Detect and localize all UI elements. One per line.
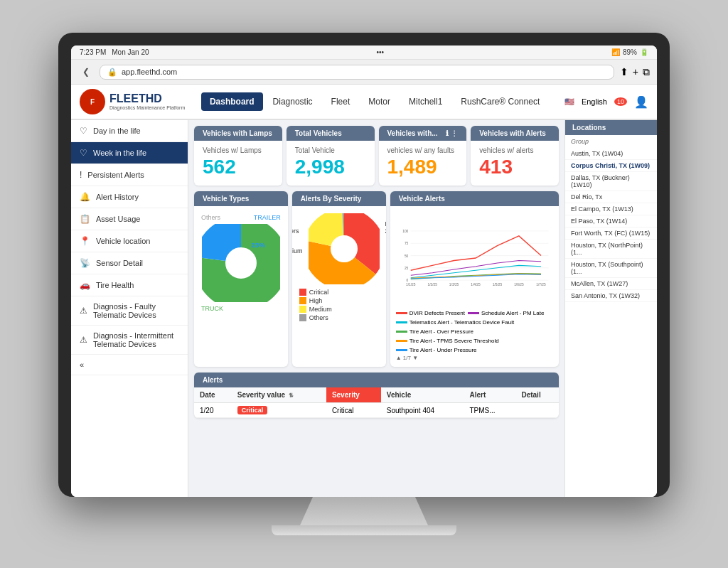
sidebar-item-asset-usage[interactable]: 📋 Asset Usage bbox=[71, 208, 188, 230]
nav-rushcare[interactable]: RushCare® Connect bbox=[452, 92, 548, 111]
location-houston-north[interactable]: Houston, TX (NorthPoint) (1... bbox=[565, 240, 657, 259]
sidebar-item-week-in-life[interactable]: ♡ Week in the life bbox=[71, 142, 188, 164]
location-dallas[interactable]: Dallas, TX (Buckner) (1W10) bbox=[565, 172, 657, 191]
col-alert: Alert bbox=[464, 387, 515, 403]
location-mcallen[interactable]: McAllen, TX (1W27) bbox=[565, 278, 657, 290]
telematics-line bbox=[396, 321, 407, 323]
severity-container: Others5 Medium110 bbox=[299, 213, 379, 321]
status-bar-left: 7:23 PM Mon Jan 20 bbox=[80, 48, 149, 56]
sidebar-item-tire-health[interactable]: 🚗 Tire Health bbox=[71, 274, 188, 296]
critical-dot bbox=[299, 289, 306, 296]
main-layout: ♡ Day in the life ♡ Week in the life ! P… bbox=[71, 120, 657, 497]
address-bar[interactable]: 🔒 app.fleethd.com bbox=[100, 65, 614, 80]
sidebar-collapse-button[interactable]: « bbox=[71, 355, 188, 375]
svg-text:TRUCK: TRUCK bbox=[230, 264, 252, 271]
heart-icon: ♡ bbox=[80, 126, 87, 136]
vehicle-alerts-body: 100 75 50 25 0 1/1/25 1/2/25 1/3/25 bbox=[390, 206, 559, 367]
alert-icon: ! bbox=[80, 170, 82, 180]
language-selector[interactable]: English bbox=[582, 97, 607, 106]
sidebar-item-vehicle-location[interactable]: 📍 Vehicle location bbox=[71, 230, 188, 252]
location-fort-worth[interactable]: Fort Worth, TX (FC) (1W15) bbox=[565, 227, 657, 240]
col-severity-value: Severity value ⇅ bbox=[232, 387, 326, 403]
status-bar-center: ••• bbox=[376, 48, 384, 56]
sidebar: ♡ Day in the life ♡ Week in the life ! P… bbox=[71, 120, 188, 497]
high-label: High bbox=[309, 297, 323, 304]
col-severity: Severity bbox=[326, 387, 381, 403]
location-corpus-christi[interactable]: Corpus Christi, TX (1W09) bbox=[565, 160, 657, 172]
logo-text-area: FLEETHD Diagnostics Maintenance Platform bbox=[109, 92, 185, 111]
svg-text:0: 0 bbox=[406, 279, 408, 282]
severity-pie-area: Others5 Medium110 bbox=[292, 213, 386, 284]
vehicle-types-chart: Vehicle Types Others TRAILER bbox=[194, 191, 288, 367]
kpi-total-value: 2,998 bbox=[295, 156, 366, 178]
header-right: 🇺🇸 English 10 👤 bbox=[564, 95, 648, 109]
sidebar-item-sensor-detail[interactable]: 📡 Sensor Detail bbox=[71, 252, 188, 274]
logo-icon: F bbox=[80, 89, 105, 114]
sidebar-item-diagnosis-intermittent[interactable]: ⚠ Diagnosis - Intermittent Telematic Dev… bbox=[71, 326, 188, 355]
col-vehicle: Vehicle bbox=[381, 387, 464, 403]
svg-text:1/6/25: 1/6/25 bbox=[514, 283, 524, 286]
severity-right-labels: High225 bbox=[385, 213, 386, 235]
sidebar-item-diagnosis-faulty[interactable]: ⚠ Diagnosis - Faulty Telematic Devices bbox=[71, 296, 188, 326]
sort-icon[interactable]: ⇅ bbox=[289, 392, 294, 399]
sidebar-label-day: Day in the life bbox=[93, 127, 141, 135]
under-pressure-label: Tire Alert - Under Pressure bbox=[410, 347, 477, 353]
severity-pie: Critic... 189 bbox=[309, 213, 380, 284]
svg-text:1/5/25: 1/5/25 bbox=[492, 283, 502, 286]
table-row: 1/20 Critical Critical Southpoint 404 TP… bbox=[194, 403, 559, 418]
kpi-lamps: Vehicles with Lamps Vehicles w/ Lamps 56… bbox=[194, 126, 282, 186]
col-detail: Detail bbox=[515, 387, 559, 403]
monitor-base bbox=[272, 525, 456, 535]
locations-panel: Locations Group Austin, TX (1W04) Corpus… bbox=[564, 120, 657, 497]
heart-icon-week: ♡ bbox=[80, 148, 87, 158]
dvir-label: DVIR Defects Present bbox=[410, 310, 465, 316]
share-icon[interactable]: ⬆ bbox=[620, 66, 628, 77]
time-display: 7:23 PM bbox=[80, 48, 106, 56]
severity-body: Others5 Medium110 bbox=[292, 206, 386, 328]
severity-badge: Critical bbox=[237, 406, 268, 414]
location-el-campo[interactable]: El Campo, TX (1W13) bbox=[565, 203, 657, 215]
sidebar-label-location: Vehicle location bbox=[96, 237, 150, 245]
nav-dashboard[interactable]: Dashboard bbox=[201, 92, 263, 111]
date-display: Mon Jan 20 bbox=[112, 48, 149, 56]
location-san-antonio[interactable]: San Antonio, TX (1W32) bbox=[565, 290, 657, 302]
add-tab-icon[interactable]: + bbox=[633, 66, 638, 77]
svg-text:100: 100 bbox=[402, 230, 408, 233]
url-text: app.fleethd.com bbox=[122, 68, 177, 76]
sidebar-item-persistent-alerts[interactable]: ! Persistent Alerts bbox=[71, 164, 188, 186]
user-icon[interactable]: 👤 bbox=[634, 95, 648, 109]
row-detail bbox=[515, 403, 559, 418]
kpi-faults-header: Vehicles with... ℹ ⋮ bbox=[379, 126, 467, 141]
kpi-lamps-header: Vehicles with Lamps bbox=[194, 126, 282, 141]
notification-badge[interactable]: 10 bbox=[614, 97, 627, 106]
nav-mitchell1[interactable]: Mitchell1 bbox=[400, 92, 451, 111]
svg-text:F: F bbox=[90, 98, 95, 106]
svg-text:189: 189 bbox=[338, 248, 349, 255]
line-chart-container: 100 75 50 25 0 1/1/25 1/2/25 1/3/25 bbox=[396, 212, 553, 361]
info-icon[interactable]: ℹ ⋮ bbox=[446, 129, 458, 137]
location-el-paso[interactable]: El Paso, TX (1W14) bbox=[565, 215, 657, 227]
trailer-label: TRAILER bbox=[254, 214, 281, 221]
sidebar-label-asset: Asset Usage bbox=[96, 215, 140, 223]
nav-motor[interactable]: Motor bbox=[360, 92, 399, 111]
legend-dvir: DVIR Defects Present bbox=[396, 310, 465, 316]
location-houston-south[interactable]: Houston, TX (Southpoint) (1... bbox=[565, 259, 657, 278]
tabs-icon[interactable]: ⧉ bbox=[643, 66, 650, 78]
legend-medium: Medium bbox=[299, 306, 332, 313]
kpi-alerts-label: vehicles w/ alerts bbox=[479, 146, 550, 154]
severity-header: Alerts By Severity bbox=[292, 191, 386, 206]
medium-label: Medium bbox=[309, 306, 332, 313]
sidebar-item-day-in-life[interactable]: ♡ Day in the life bbox=[71, 120, 188, 142]
kpi-alerts: Vehicles with Alerts vehicles w/ alerts … bbox=[471, 126, 559, 186]
location-del-rio[interactable]: Del Rio, Tx bbox=[565, 191, 657, 203]
app-header: F FLEETHD Diagnostics Maintenance Platfo… bbox=[71, 85, 657, 120]
location-group-label: Group bbox=[565, 135, 657, 148]
vehicle-alerts-header: Vehicle Alerts bbox=[390, 191, 559, 206]
sidebar-item-alert-history[interactable]: 🔔 Alert History bbox=[71, 186, 188, 208]
nav-fleet[interactable]: Fleet bbox=[323, 92, 359, 111]
legend-schedule: Schedule Alert - PM Late bbox=[468, 310, 545, 316]
nav-diagnostic[interactable]: Diagnostic bbox=[264, 92, 321, 111]
medium-dot bbox=[299, 306, 306, 313]
browser-back-button[interactable]: ❮ bbox=[78, 64, 94, 80]
location-austin[interactable]: Austin, TX (1W04) bbox=[565, 148, 657, 160]
